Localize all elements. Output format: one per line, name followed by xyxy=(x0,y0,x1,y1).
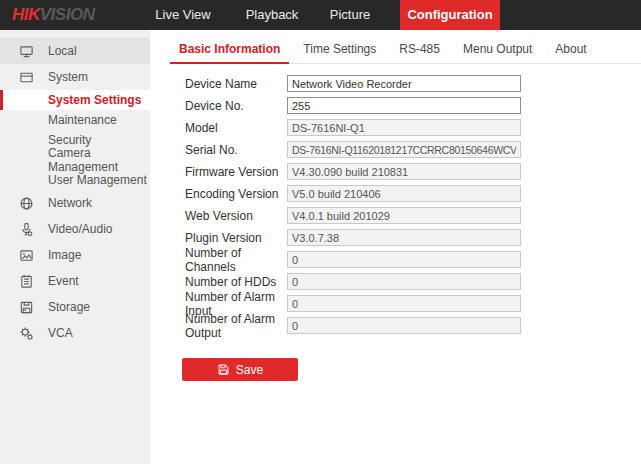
form-row-number-of-alarm-output: Number of Alarm Output xyxy=(185,317,641,334)
field-label: Number of Alarm Output xyxy=(185,312,287,340)
form-row-serial-no: Serial No. xyxy=(185,141,641,158)
serial-no-field xyxy=(287,141,521,158)
sidebar: Local System System Settings Maintenance… xyxy=(0,30,150,464)
save-button[interactable]: Save xyxy=(182,358,298,381)
monitor-icon xyxy=(19,44,34,59)
form-row-number-of-hdds: Number of HDDs xyxy=(185,273,641,290)
nav-picture[interactable]: Picture xyxy=(316,0,384,30)
sidebar-item-label: Camera Management xyxy=(48,146,150,174)
sidebar-item-event[interactable]: Event xyxy=(0,268,150,294)
form-row-model: Model xyxy=(185,119,641,136)
tab-bar: Basic Information Time Settings RS-485 M… xyxy=(170,34,641,64)
device-no-input[interactable] xyxy=(287,97,521,114)
sidebar-item-label: VCA xyxy=(48,326,73,340)
sidebar-item-label: Local xyxy=(48,44,77,58)
save-icon xyxy=(217,363,230,376)
basic-information-form: Device Name Device No. Model Serial No. … xyxy=(185,75,641,334)
sidebar-item-network[interactable]: Network xyxy=(0,190,150,216)
form-row-number-of-channels: Number of Channels xyxy=(185,251,641,268)
nav-configuration[interactable]: Configuration xyxy=(400,0,500,30)
number-of-channels-field xyxy=(287,251,521,268)
sidebar-item-label: System xyxy=(48,70,88,84)
web-version-field xyxy=(287,207,521,224)
save-button-label: Save xyxy=(236,363,263,377)
form-row-plugin-version: Plugin Version xyxy=(185,229,641,246)
sidebar-item-camera-management[interactable]: Camera Management xyxy=(0,150,150,170)
form-row-encoding-version: Encoding Version xyxy=(185,185,641,202)
number-of-hdds-field xyxy=(287,273,521,290)
sidebar-item-label: Image xyxy=(48,248,81,262)
device-name-input[interactable] xyxy=(287,75,521,92)
sidebar-item-label: Video/Audio xyxy=(48,222,113,236)
field-label: Model xyxy=(185,121,287,135)
sidebar-item-system-settings[interactable]: System Settings xyxy=(0,90,150,110)
sidebar-item-maintenance[interactable]: Maintenance xyxy=(0,110,150,130)
image-icon xyxy=(19,248,34,263)
storage-icon xyxy=(19,300,34,315)
field-label: Device No. xyxy=(185,99,287,113)
system-icon xyxy=(19,70,34,85)
sidebar-item-label: Security xyxy=(48,133,91,147)
top-bar: HIKVISION Live View Playback Picture Con… xyxy=(0,0,641,30)
tab-basic-information[interactable]: Basic Information xyxy=(170,34,289,64)
app-window: HIKVISION Live View Playback Picture Con… xyxy=(0,0,641,464)
main-area: Local System System Settings Maintenance… xyxy=(0,30,641,464)
field-label: Encoding Version xyxy=(185,187,287,201)
sidebar-item-label: Network xyxy=(48,196,92,210)
firmware-version-field xyxy=(287,163,521,180)
tab-menu-output[interactable]: Menu Output xyxy=(454,34,541,63)
model-field xyxy=(287,119,521,136)
event-icon xyxy=(19,274,34,289)
encoding-version-field xyxy=(287,185,521,202)
tab-time-settings[interactable]: Time Settings xyxy=(294,34,385,63)
form-row-device-name: Device Name xyxy=(185,75,641,92)
vca-icon xyxy=(19,326,34,341)
content-panel: Basic Information Time Settings RS-485 M… xyxy=(150,30,641,464)
number-of-alarm-input-field xyxy=(287,295,521,312)
field-label: Web Version xyxy=(185,209,287,223)
tab-about[interactable]: About xyxy=(546,34,595,63)
nav-live-view[interactable]: Live View xyxy=(138,0,228,30)
logo-vision: VISION xyxy=(40,5,95,25)
sidebar-item-label: System Settings xyxy=(48,93,141,107)
sidebar-item-storage[interactable]: Storage xyxy=(0,294,150,320)
form-row-number-of-alarm-input: Number of Alarm Input xyxy=(185,295,641,312)
sidebar-item-label: Storage xyxy=(48,300,90,314)
form-row-firmware-version: Firmware Version xyxy=(185,163,641,180)
number-of-alarm-output-field xyxy=(287,317,521,334)
sidebar-item-vca[interactable]: VCA xyxy=(0,320,150,346)
hikvision-logo: HIKVISION xyxy=(0,0,138,30)
sidebar-item-label: User Management xyxy=(48,173,147,187)
globe-icon xyxy=(19,196,34,211)
field-label: Device Name xyxy=(185,77,287,91)
sidebar-item-local[interactable]: Local xyxy=(0,38,150,64)
field-label: Plugin Version xyxy=(185,231,287,245)
field-label: Serial No. xyxy=(185,143,287,157)
sidebar-item-label: Maintenance xyxy=(48,113,117,127)
field-label: Number of Channels xyxy=(185,246,287,274)
sidebar-item-image[interactable]: Image xyxy=(0,242,150,268)
field-label: Firmware Version xyxy=(185,165,287,179)
sidebar-item-system[interactable]: System xyxy=(0,64,150,90)
form-row-device-no: Device No. xyxy=(185,97,641,114)
sidebar-item-label: Event xyxy=(48,274,79,288)
form-row-web-version: Web Version xyxy=(185,207,641,224)
logo-hik: HIK xyxy=(12,5,40,25)
plugin-version-field xyxy=(287,229,521,246)
sidebar-item-video-audio[interactable]: Video/Audio xyxy=(0,216,150,242)
tab-rs-485[interactable]: RS-485 xyxy=(390,34,449,63)
sidebar-item-user-management[interactable]: User Management xyxy=(0,170,150,190)
microphone-icon xyxy=(19,222,34,237)
field-label: Number of HDDs xyxy=(185,275,287,289)
nav-playback[interactable]: Playback xyxy=(228,0,316,30)
